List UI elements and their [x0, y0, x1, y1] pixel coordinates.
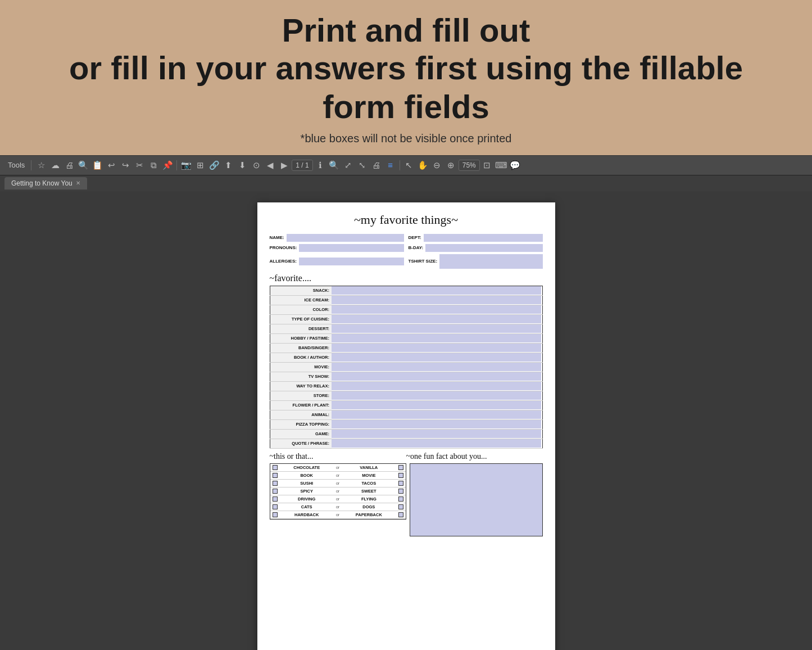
fav-input[interactable] [332, 382, 541, 390]
circle1-icon[interactable]: ⊙ [250, 159, 263, 172]
fav-input[interactable] [332, 439, 541, 448]
export2-icon[interactable]: ⤡ [356, 159, 369, 172]
tot-right-label: MOVIE [341, 473, 396, 478]
fav-input[interactable] [332, 430, 541, 438]
export-icon[interactable]: ⤢ [342, 159, 355, 172]
info-icon[interactable]: ℹ [314, 159, 327, 172]
link-icon[interactable]: 🔗 [207, 159, 221, 172]
cut-icon[interactable]: ✂ [133, 159, 146, 172]
tot-right-label: DOGS [341, 504, 396, 509]
comment-icon[interactable]: 💬 [509, 159, 522, 172]
pronouns-input[interactable] [299, 244, 403, 252]
fav-input[interactable] [332, 353, 541, 362]
fav-input[interactable] [332, 401, 541, 409]
allergies-input[interactable] [299, 258, 404, 265]
print2-icon[interactable]: 🖨 [370, 159, 383, 172]
fav-label: TYPE OF CUISINE: [270, 314, 332, 324]
pages-icon[interactable]: ⊞ [193, 159, 207, 172]
sep3 [400, 160, 400, 170]
fit-icon[interactable]: ⊡ [480, 159, 494, 172]
tot-right-label: TACOS [341, 481, 396, 486]
fav-input[interactable] [332, 296, 541, 304]
fav-input[interactable] [332, 372, 541, 381]
star-icon[interactable]: ☆ [34, 159, 48, 172]
tshirt-input[interactable] [439, 254, 542, 269]
top-fields: NAME: DEPT: PRONOUNS: B-DAY: ALLERGIES: [270, 234, 543, 269]
fav-label: HOBBY / PASTIME: [270, 333, 332, 343]
tot-right-checkbox[interactable] [398, 489, 403, 494]
redo-icon[interactable]: ↪ [119, 159, 132, 172]
down-icon[interactable]: ⬇ [235, 159, 249, 172]
copy-icon[interactable]: 📋 [90, 159, 104, 172]
fav-input[interactable] [332, 420, 541, 428]
favorite-row: TV SHOW: [270, 372, 542, 381]
bday-input[interactable] [425, 244, 542, 252]
tot-right-checkbox[interactable] [398, 481, 403, 486]
zoom-plus-icon[interactable]: ⊕ [444, 159, 458, 172]
tot-or-label: OR [336, 505, 339, 509]
tot-or-label: OR [336, 513, 339, 517]
zoom-out2-icon[interactable]: 🔍 [328, 159, 341, 172]
tot-right-checkbox[interactable] [398, 465, 403, 470]
search-icon[interactable]: 🔍 [76, 159, 90, 172]
fav-label: DESSERT: [270, 324, 332, 333]
tab-close-icon[interactable]: ✕ [76, 180, 80, 186]
fav-input[interactable] [332, 315, 541, 323]
tot-right-label: SWEET [341, 489, 396, 494]
pdf-page: ~my favorite things~ NAME: DEPT: PRONOUN… [257, 202, 555, 650]
tot-right-checkbox[interactable] [398, 473, 403, 478]
fav-input[interactable] [332, 344, 541, 352]
tot-or-label: OR [336, 497, 339, 501]
fav-input[interactable] [332, 286, 541, 295]
tools-menu[interactable]: Tools [4, 160, 28, 170]
print-icon[interactable]: 🖨 [62, 159, 76, 172]
tot-right-checkbox[interactable] [398, 496, 403, 502]
tot-left-label: SUSHI [279, 481, 334, 486]
tot-left-checkbox[interactable] [273, 481, 278, 486]
fav-input[interactable] [332, 305, 541, 314]
favorite-row: TYPE OF CUISINE: [270, 314, 542, 324]
cursor-icon[interactable]: ↖ [402, 159, 416, 172]
left-icon[interactable]: ◀ [264, 159, 277, 172]
blue-lines-icon[interactable]: ≡ [384, 159, 397, 172]
up-icon[interactable]: ⬆ [221, 159, 235, 172]
tot-left-checkbox[interactable] [273, 465, 278, 470]
favorite-row: HOBBY / PASTIME: [270, 333, 542, 343]
dept-input[interactable] [424, 234, 543, 242]
tab-getting-to-know-you[interactable]: Getting to Know You ✕ [4, 177, 87, 189]
undo-icon[interactable]: ↩ [105, 159, 118, 172]
fav-input[interactable] [332, 410, 541, 419]
tot-row: HARDBACK OR PAPERBACK [270, 511, 406, 519]
tot-right-label: PAPERBACK [341, 512, 396, 517]
fav-label: PIZZA TOPPING: [270, 419, 332, 429]
zoom-minus-icon[interactable]: ⊖ [430, 159, 444, 172]
paste-icon[interactable]: 📌 [161, 159, 174, 172]
tot-left-checkbox[interactable] [273, 504, 278, 509]
tot-left-label: SPICY [279, 489, 334, 494]
fav-input[interactable] [332, 334, 541, 342]
fav-label: FLOWER / PLANT: [270, 400, 332, 410]
favorite-row: GAME: [270, 429, 542, 439]
dept-field-row: DEPT: [409, 234, 543, 242]
fav-input[interactable] [332, 363, 541, 371]
name-input[interactable] [287, 234, 404, 242]
page-number[interactable]: 1 / 1 [292, 160, 312, 171]
snapshot-icon[interactable]: 📷 [179, 159, 193, 172]
fav-input[interactable] [332, 324, 541, 333]
tot-left-checkbox[interactable] [273, 473, 278, 478]
cloud-icon[interactable]: ☁ [48, 159, 62, 172]
tot-left-checkbox[interactable] [273, 489, 278, 494]
fun-fact-input[interactable] [410, 463, 543, 536]
right-icon[interactable]: ▶ [278, 159, 291, 172]
fav-input[interactable] [332, 391, 541, 400]
tot-right-checkbox[interactable] [398, 512, 403, 517]
tot-right-checkbox[interactable] [398, 504, 403, 509]
tot-left-checkbox[interactable] [273, 512, 278, 517]
zoom-control[interactable]: 75% [459, 160, 480, 171]
favorite-row: SNACK: [270, 286, 542, 295]
keyboard-icon[interactable]: ⌨ [495, 159, 508, 172]
copy2-icon[interactable]: ⧉ [147, 159, 160, 172]
tot-left-checkbox[interactable] [273, 496, 278, 502]
hand-icon[interactable]: ✋ [416, 159, 430, 172]
top-toolbar: Tools ☆ ☁ 🖨 🔍 📋 ↩ ↪ ✂ ⧉ 📌 📷 ⊞ 🔗 ⬆ ⬇ ⊙ ◀ … [0, 155, 812, 175]
